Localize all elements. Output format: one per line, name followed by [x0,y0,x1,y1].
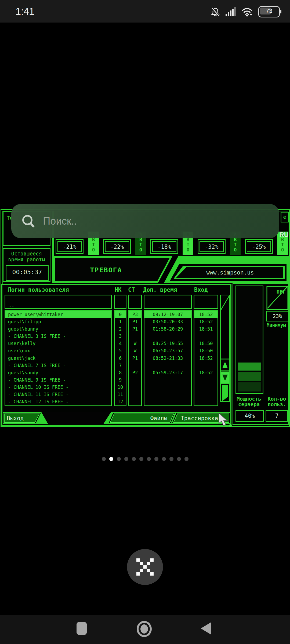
table-cell-entry[interactable]: 18:51 [194,325,218,333]
table-cell-login[interactable]: guest\bunny [5,325,111,333]
table-cell-nk[interactable]: 8 [115,369,126,376]
pager-dot[interactable] [109,457,113,461]
table-cell-time[interactable]: 08:52-21:33 [144,355,191,362]
pager-dot[interactable] [139,457,143,461]
table-cell-login[interactable]: - CHANNEL 11 IS FREE - [5,391,111,398]
table-cell-st[interactable]: P1 [129,318,141,325]
table-cell-st[interactable]: P1 [129,325,141,333]
table-cell-st[interactable]: W [129,340,141,347]
users-table-panel: Логин пользователя НК СТ Доп. время Вход… [1,284,231,426]
table-cell-login[interactable]: power user\whittaker [5,311,111,318]
prg-label: ПРГ [277,289,286,295]
table-cell-st[interactable]: P1 [129,355,141,362]
pager-dot[interactable] [124,457,128,461]
table-cell-nk[interactable]: 3 [115,333,126,340]
table-cell-login[interactable]: - CHANNEL 9 IS FREE - [5,376,111,384]
table-cell-entry[interactable] [194,376,218,384]
gauge-segment [238,363,261,371]
table-cell-st[interactable] [129,398,141,405]
table-cell-time[interactable] [144,333,191,340]
table-cell-st[interactable] [129,376,141,384]
battery-nub [280,10,281,13]
table-cell-nk[interactable]: 12 [115,398,126,405]
table-cell-entry[interactable] [194,362,218,369]
table-cell-entry[interactable]: 18:50 [194,340,218,347]
table-cell-entry[interactable]: 18:52 [194,311,218,318]
table-cell-entry[interactable]: 18:50 [194,347,218,354]
table-cell-login[interactable]: guest\jack [5,355,111,362]
table-cell-entry[interactable]: 18:52 [194,355,218,362]
table-cell-st[interactable]: P2 [129,369,141,376]
table-cell-entry[interactable]: 18:52 [194,318,218,325]
table-cell-login[interactable]: guest\filipp [5,318,111,325]
table-scrollbar[interactable] [220,295,230,402]
table-cell-login[interactable]: - CHANNEL 3 IS FREE - [5,333,111,340]
prg-minimum-label: Минимум [263,323,289,328]
clock: 1:41 [16,6,34,17]
pager-dot[interactable] [184,457,189,461]
table-cell-entry[interactable] [194,398,218,405]
corner-letter-box: е [281,212,289,222]
table-cell-entry[interactable]: 18:52 [194,369,218,376]
pager-dot[interactable] [117,457,121,461]
table-cell-st[interactable]: W [129,347,141,354]
table-cell-nk[interactable]: 1 [115,318,126,325]
table-cell-nk[interactable]: 7 [115,362,126,369]
column-top-box-login: .. [5,295,112,309]
exit-button-label: Выход [7,415,24,422]
table-cell-st[interactable]: P3 [129,311,141,318]
files-button-label: Файлы [150,415,167,422]
table-cell-login[interactable]: guest\sandy [5,369,111,376]
table-cell-st[interactable] [129,391,141,398]
table-cell-time[interactable]: 03:50-20:33 [144,318,191,325]
table-cell-st[interactable] [129,362,141,369]
remaining-time-box: 00:05:37 [6,265,49,281]
table-cell-time[interactable] [144,384,191,391]
table-cell-time[interactable] [144,362,191,369]
pager-dot[interactable] [162,457,166,461]
table-cell-nk[interactable]: 4 [115,340,126,347]
back-button[interactable] [201,622,211,635]
table-cell-st[interactable] [129,333,141,340]
table-cell-time[interactable]: 08:25-19:55 [144,340,191,347]
table-cell-time[interactable] [144,391,191,398]
table-cell-time[interactable]: 01:58-20:29 [144,325,191,333]
table-cell-st[interactable] [129,384,141,391]
meter-box: -21% [56,239,84,254]
table-cell-login[interactable]: - CHANNEL 12 IS FREE - [5,398,111,405]
table-cell-time[interactable]: 06:50-23:57 [144,347,191,354]
pager-dot[interactable] [177,457,181,461]
close-icon [136,558,154,576]
table-cell-login[interactable]: user\kelly [5,340,111,347]
table-cell-entry[interactable] [194,384,218,391]
table-cell-nk[interactable]: 2 [115,325,126,333]
pager-dot[interactable] [102,457,106,461]
table-cell-entry[interactable] [194,333,218,340]
pager-dot[interactable] [132,457,136,461]
table-cell-nk[interactable]: 5 [115,347,126,354]
table-cell-nk[interactable]: 0 [115,311,126,318]
table-cell-time[interactable]: 05:59-23:17 [144,369,191,376]
table-cell-time[interactable] [144,376,191,384]
pager-dot[interactable] [147,457,151,461]
pager-dot[interactable] [154,457,158,461]
table-cell-login[interactable]: - CHANNEL 10 IS FREE - [5,384,111,391]
home-button[interactable] [137,621,152,637]
recents-button[interactable] [77,622,87,635]
close-button[interactable] [127,549,163,585]
table-cell-login[interactable]: - CHANNEL 7 IS FREE - [5,362,111,369]
table-cell-nk[interactable]: 9 [115,376,126,384]
search-bar[interactable]: Поиск.. [11,204,279,238]
table-cell-nk[interactable]: 10 [115,384,126,391]
table-cell-nk[interactable]: 11 [115,391,126,398]
pager-dot[interactable] [169,457,173,461]
table-cell-login[interactable]: user\nox [5,347,111,354]
table-cell-time[interactable]: 09:12-19:07 [144,311,191,318]
meter-value: -25% [247,241,271,252]
game-cursor-icon [218,413,233,428]
up-dir-item[interactable]: .. [9,302,15,308]
table-cell-entry[interactable] [194,391,218,398]
table-cell-time[interactable] [144,398,191,405]
table-cell-nk[interactable]: 6 [115,355,126,362]
server-power-value: 40% [235,410,264,422]
